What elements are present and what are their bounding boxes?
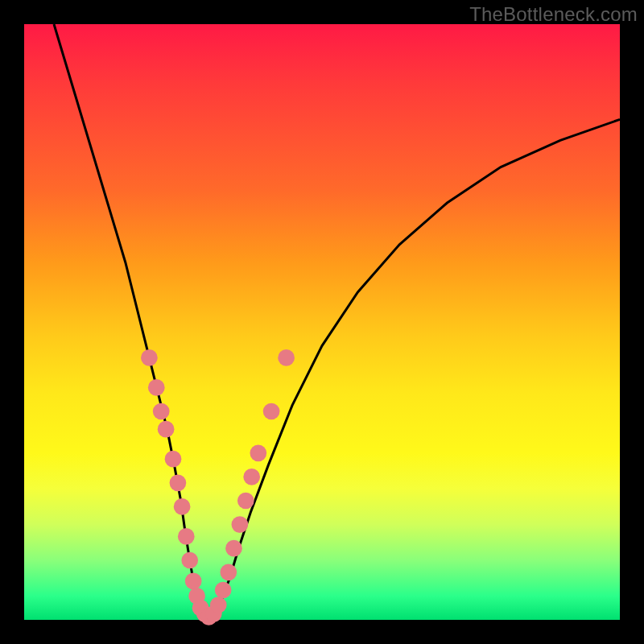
marker-point [215,582,232,599]
marker-point [225,540,242,557]
marker-point [153,403,170,420]
marker-point [232,516,249,533]
marker-point [165,451,182,468]
chart-frame: TheBottleneck.com [0,0,644,644]
watermark-text: TheBottleneck.com [469,3,638,26]
marker-group [141,349,295,625]
plot-area [24,24,620,620]
marker-point [220,564,237,580]
marker-point [158,421,175,438]
marker-point [263,403,280,420]
marker-point [174,498,191,515]
bottleneck-curve [54,24,620,617]
marker-point [170,474,187,491]
marker-point [185,573,202,590]
marker-point [148,379,165,396]
chart-svg [24,24,620,620]
marker-point [178,528,195,545]
marker-point [181,552,198,569]
marker-point [141,349,158,366]
marker-point [210,597,227,613]
marker-point [278,349,295,366]
marker-point [250,444,266,461]
marker-point [237,493,254,510]
marker-point [243,469,260,485]
